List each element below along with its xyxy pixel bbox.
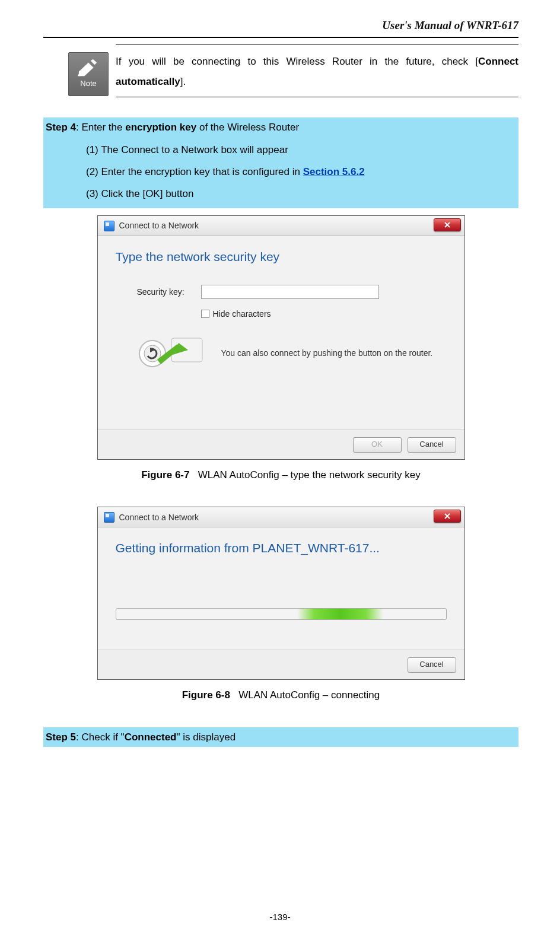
- dialog2-title: Connect to a Network: [119, 511, 199, 524]
- dialog1-titlebar: Connect to a Network: [98, 216, 464, 236]
- progress-bar: [116, 608, 447, 620]
- close-button[interactable]: [434, 218, 461, 231]
- dialog-security-key: Connect to a Network Type the network se…: [97, 215, 465, 460]
- link-section-5-6-2[interactable]: Section 5.6.2: [303, 166, 365, 177]
- ok-button[interactable]: OK: [353, 437, 402, 453]
- step4-sub2: (2) Enter the encryption key that is con…: [86, 161, 516, 183]
- header-divider: [43, 37, 518, 38]
- cancel-button[interactable]: Cancel: [408, 437, 456, 453]
- page-header: User's Manual of WNRT-617: [43, 17, 518, 34]
- network-icon: [104, 221, 114, 231]
- network-icon: [104, 512, 114, 523]
- note-block: Note If you will be connecting to this W…: [67, 44, 518, 104]
- security-key-input[interactable]: [201, 285, 379, 299]
- router-illustration: [137, 332, 208, 375]
- figure-6-7-caption: Figure 6-7 WLAN AutoConfig – type the ne…: [43, 467, 518, 483]
- close-button[interactable]: [434, 510, 461, 523]
- step5-heading: Step 5: Check if "Connected" is displaye…: [43, 727, 518, 747]
- dialog1-title: Connect to a Network: [119, 219, 199, 232]
- push-button-text: You can also connect by pushing the butt…: [221, 348, 433, 360]
- step4-sub3: (3) Click the [OK] button: [86, 183, 516, 205]
- dialog2-titlebar: Connect to a Network: [98, 507, 464, 527]
- dialog2-heading: Getting information from PLANET_WNRT-617…: [116, 538, 447, 558]
- note-top-rule: [116, 44, 518, 44]
- page-number: -139-: [0, 910, 560, 924]
- step4-heading: Step 4: Enter the encryption key of the …: [43, 117, 518, 137]
- dialog-connecting: Connect to a Network Getting information…: [97, 507, 465, 680]
- figure-6-8-caption: Figure 6-8 WLAN AutoConfig – connecting: [43, 687, 518, 703]
- dialog1-heading: Type the network security key: [116, 247, 447, 267]
- note-bottom-rule: [116, 97, 518, 97]
- note-icon: Note: [68, 52, 109, 96]
- note-text: If you will be connecting to this Wirele…: [116, 52, 518, 92]
- hide-characters-checkbox[interactable]: [201, 310, 209, 318]
- cancel-button[interactable]: Cancel: [408, 657, 456, 673]
- security-key-label: Security key:: [137, 285, 201, 298]
- step4-substeps: (1) The Connect to a Network box will ap…: [43, 138, 518, 209]
- hide-characters-label: Hide characters: [213, 307, 271, 320]
- step4-sub1: (1) The Connect to a Network box will ap…: [86, 139, 516, 161]
- note-icon-label: Note: [80, 78, 96, 90]
